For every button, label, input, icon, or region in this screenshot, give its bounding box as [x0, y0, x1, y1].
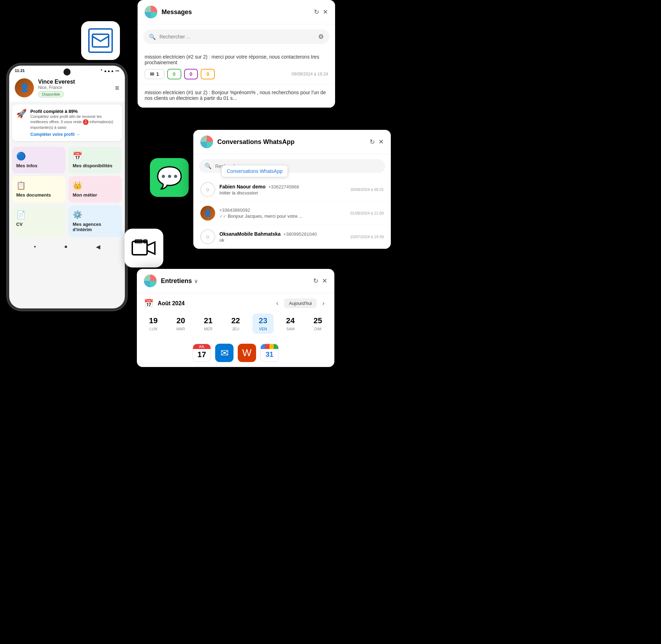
conv-preview-3: ok	[219, 237, 346, 243]
menu-item-agences[interactable]: ⚙️ Mes agences d'intérim	[68, 205, 122, 237]
message-time-1: 09/08/2024 à 16:24	[292, 72, 328, 77]
menu-item-metier[interactable]: 👑 Mon métier	[68, 176, 122, 203]
day-num-20: 20	[176, 316, 185, 325]
today-button[interactable]: Aujourd'hui	[284, 299, 317, 308]
phone-container: 11:21 * ▲▲▲ ▪▪▪ 👤 Vince Everest Nice, Fr…	[7, 64, 127, 311]
dropdown-arrow-icon[interactable]: ∨	[194, 278, 198, 284]
phone-notch	[63, 68, 71, 76]
messages-panel-header: Messages ↻ ✕	[138, 0, 335, 24]
conv-body-1: Fabien Naour demo +33622745868 Initier l…	[219, 184, 346, 195]
wifi-icon: ▲▲▲	[104, 69, 114, 73]
day-19[interactable]: 19 LUN	[143, 313, 164, 334]
email-app-icon[interactable]	[81, 21, 120, 60]
day-label-23: VEN	[259, 327, 267, 331]
menu-item-disponibilites[interactable]: 📅 Mes disponibilités	[68, 147, 122, 173]
day-24[interactable]: 24 SAM	[280, 313, 301, 334]
whatsapp-app-icon[interactable]: 💬	[150, 158, 189, 197]
et-close-button[interactable]: ✕	[322, 277, 327, 285]
outlook-app-icon[interactable]: ✉	[215, 344, 234, 362]
conv-name-1: Fabien Naour demo	[219, 184, 266, 189]
conv-preview-2: ✓✓ Bonjour Jacques, merci pour votre ...	[219, 213, 346, 219]
et-panel-actions: ↻ ✕	[313, 277, 327, 285]
conv-item-2[interactable]: 👤 +33643860092 ✓✓ Bonjour Jacques, merci…	[193, 201, 391, 225]
day-num-25: 25	[314, 316, 322, 325]
cv-icon: 📄	[16, 210, 26, 219]
message-subject-1: mission electricien (#2 sur 2) : merci p…	[145, 54, 328, 65]
cv-label: CV	[16, 222, 23, 227]
menu-item-documents[interactable]: 📋 Mes documents	[12, 176, 66, 203]
conv-avatar-1: ○	[200, 182, 215, 197]
back-btn[interactable]: ◀	[96, 243, 100, 250]
messages-search-input[interactable]	[159, 34, 315, 40]
conv-body-2: +33643860092 ✓✓ Bonjour Jacques, merci p…	[219, 207, 346, 219]
day-22[interactable]: 22 JEU	[225, 313, 246, 334]
status-right: * ▲▲▲ ▪▪▪	[101, 69, 119, 73]
home-circle-btn[interactable]: ●	[64, 243, 68, 250]
whatsapp-panel-title: Conversations WhatsApp	[217, 138, 365, 146]
phone-screen: 11:21 * ▲▲▲ ▪▪▪ 👤 Vince Everest Nice, Fr…	[9, 66, 125, 308]
calendar-days: 19 LUN 20 MAR 21 MER 22 JEU 23 VEN 24 SA…	[137, 313, 334, 339]
completion-title: Profil complété à 89%	[30, 109, 118, 114]
stat-purple: 0	[184, 69, 198, 79]
documents-icon: 📋	[16, 181, 26, 190]
stat-orange: 0	[201, 69, 215, 79]
hamburger-menu[interactable]: ≡	[115, 84, 119, 92]
wa-close-button[interactable]: ✕	[378, 138, 384, 146]
rocket-icon: 🚀	[16, 109, 27, 119]
close-button[interactable]: ✕	[323, 8, 328, 16]
messages-panel-title: Messages	[162, 8, 310, 16]
wa-refresh-button[interactable]: ↻	[370, 138, 375, 146]
complete-profile-link[interactable]: Compléter votre profil →	[30, 132, 118, 137]
day-label-24: SAM	[286, 327, 295, 331]
calendar-today-nav: ‹ Aujourd'hui ›	[273, 298, 327, 308]
phone-frame: 11:21 * ▲▲▲ ▪▪▪ 👤 Vince Everest Nice, Fr…	[7, 64, 127, 311]
mes-infos-icon: 🔵	[16, 152, 26, 161]
next-month-button[interactable]: ›	[320, 298, 327, 308]
office-app-icon[interactable]: W	[238, 344, 256, 362]
status-time: 11:21	[15, 68, 25, 73]
metier-icon: 👑	[73, 181, 82, 190]
status-bar: 11:21 * ▲▲▲ ▪▪▪	[9, 66, 125, 74]
whatsapp-icon: 💬	[156, 165, 183, 190]
messages-panel: M ✉ 📅 💬 😊 🗄 Messages ↻ ✕ 🔍 ⚙ mission ele…	[138, 0, 335, 108]
day-label-21: MER	[204, 327, 212, 331]
profile-name: Vince Everest	[38, 79, 111, 85]
et-refresh-button[interactable]: ↻	[313, 277, 319, 285]
day-21[interactable]: 21 MER	[198, 313, 219, 334]
stat-green: 0	[167, 69, 181, 79]
calendar-app-icon[interactable]: JUL 17	[193, 344, 211, 362]
refresh-button[interactable]: ↻	[314, 8, 319, 16]
agences-label: Mes agences d'intérim	[73, 222, 118, 232]
email-svg	[92, 34, 109, 48]
profile-header: 👤 Vince Everest Nice, France Disponible …	[9, 74, 125, 102]
day-num-22: 22	[231, 316, 240, 325]
message-item-1[interactable]: mission electricien (#2 sur 2) : merci p…	[138, 49, 335, 85]
day-label-22: JEU	[232, 327, 239, 331]
prev-month-button[interactable]: ‹	[273, 298, 281, 308]
profile-completion: 🚀 Profil complété à 89% Complétez votre …	[12, 104, 122, 141]
avatar: 👤	[15, 78, 34, 97]
menu-item-mes-infos[interactable]: 🔵 Mes infos	[12, 147, 66, 173]
day-num-23: 23	[259, 316, 267, 325]
menu-item-cv[interactable]: 📄 CV	[12, 205, 66, 237]
filter-button[interactable]: ⚙	[318, 33, 324, 41]
completion-desc: Complétez votre profil afin de recevoir …	[30, 114, 118, 131]
message-item-2[interactable]: mission electricien (#1 sur 2) : Bonjour…	[138, 85, 335, 108]
message-stats-1: ✉ 1 0 0 0 09/08/2024 à 16:24	[145, 69, 328, 79]
disponibilites-icon: 📅	[73, 152, 82, 161]
et-app-logo	[144, 275, 157, 287]
profile-info: Vince Everest Nice, France Disponible	[38, 79, 111, 97]
metier-label: Mon métier	[73, 192, 97, 198]
conv-item-1[interactable]: ○ Fabien Naour demo +33622745868 Initier…	[193, 178, 391, 201]
whatsapp-panel: M ✉ 📅 💬 😊 🗄 Conversations WhatsApp ↻ ✕ 🔍…	[193, 130, 391, 249]
wa-tooltip: Conversations WhatsApp	[222, 165, 288, 177]
home-square-btn[interactable]: ▪	[34, 243, 36, 250]
conv-avatar-2: 👤	[200, 206, 215, 221]
conv-item-3[interactable]: ○ OksanaMobile Bahmatska +380995281040 o…	[193, 225, 391, 249]
day-25[interactable]: 25 DIM	[307, 313, 328, 334]
gcal-app-icon[interactable]: 31	[260, 344, 279, 362]
day-23[interactable]: 23 VEN	[253, 313, 274, 334]
day-20[interactable]: 20 MAR	[170, 313, 192, 334]
video-app-icon[interactable]	[125, 229, 163, 267]
svg-rect-1	[132, 241, 147, 255]
